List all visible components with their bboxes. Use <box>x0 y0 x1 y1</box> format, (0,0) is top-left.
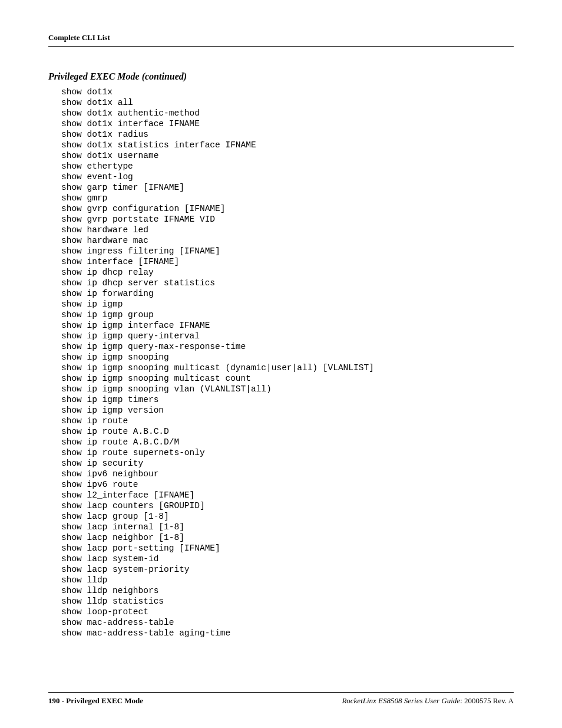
cli-command-list: show dot1x show dot1x all show dot1x aut… <box>48 87 514 638</box>
footer-left: 190 - Privileged EXEC Mode <box>48 696 143 706</box>
section-heading: Privileged EXEC Mode (continued) <box>48 71 514 82</box>
page-footer: 190 - Privileged EXEC Mode RocketLinx ES… <box>48 692 514 706</box>
footer-right-italic: RocketLinx ES8508 Series User Guide <box>342 696 460 705</box>
footer-rule <box>48 692 514 693</box>
header-rule <box>48 46 514 47</box>
running-header: Complete CLI List <box>48 33 514 42</box>
footer-right: RocketLinx ES8508 Series User Guide: 200… <box>342 696 514 706</box>
footer-right-rest: : 2000575 Rev. A <box>460 696 514 705</box>
